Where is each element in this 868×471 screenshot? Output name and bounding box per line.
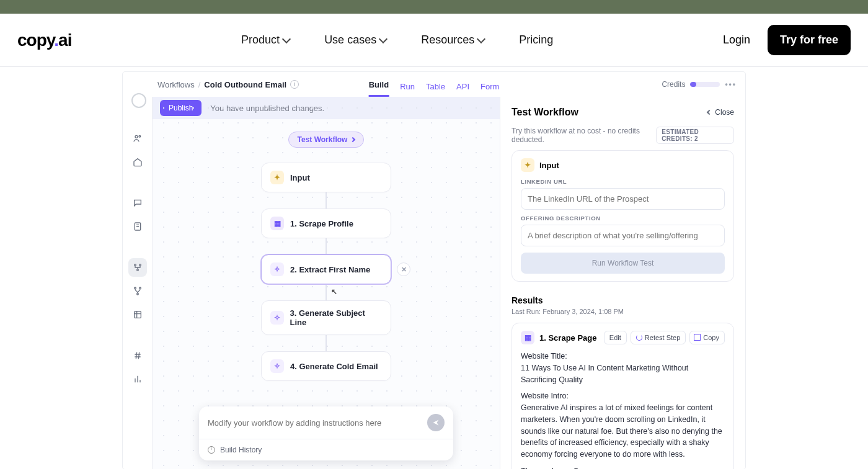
input-card: ✦ Input LINKEDIN URL OFFERING DESCRIPTIO…	[512, 150, 734, 282]
chevron-down-icon	[282, 34, 291, 43]
test-panel: Test Workflow Close Try this workflow at…	[500, 97, 745, 469]
breadcrumb-root[interactable]: Workflows	[157, 80, 195, 89]
main-nav: Product Use cases Resources Pricing	[241, 34, 553, 47]
sparkle-icon: ✧	[270, 311, 284, 325]
breadcrumb: Workflows / Cold Outbound Email i	[157, 80, 299, 89]
estimated-credits-badge: ESTIMATED CREDITS: 2	[656, 127, 734, 144]
copy-icon	[695, 335, 701, 341]
svg-point-5	[136, 269, 138, 271]
svg-point-7	[139, 287, 141, 289]
node-extract-first-name[interactable]: ✧ 2. Extract First Name ✕ ↖	[261, 254, 391, 284]
result-title: 1. Scrape Page	[539, 333, 597, 343]
chevron-down-icon	[477, 34, 485, 43]
test-workflow-pill[interactable]: Test Workflow	[288, 132, 365, 148]
prompt-input[interactable]	[208, 418, 421, 428]
sidebar-hash-icon[interactable]	[128, 346, 147, 365]
delete-node-icon[interactable]: ✕	[397, 262, 410, 276]
tab-table[interactable]: Table	[426, 82, 445, 97]
copy-step-button[interactable]: Copy	[689, 331, 725, 344]
node-label: 2. Extract First Name	[290, 265, 370, 274]
sidebar-branch-icon[interactable]	[128, 282, 147, 300]
sidebar-chat-icon[interactable]	[128, 194, 147, 212]
node-label: 4. Generate Cold Email	[290, 362, 378, 371]
logo-text: copy	[17, 30, 54, 50]
login-link[interactable]: Login	[723, 34, 750, 47]
site-header: copy.ai Product Use cases Resources Pric…	[0, 14, 868, 67]
sidebar-team-icon[interactable]	[128, 129, 147, 148]
sidebar-doc-icon[interactable]	[128, 217, 147, 236]
sidebar-analytics-icon[interactable]	[128, 370, 147, 388]
send-button[interactable]	[427, 414, 445, 431]
test-panel-subtext: Try this workflow at no cost - no credit…	[512, 127, 656, 144]
edit-step-button[interactable]: Edit	[604, 331, 627, 344]
node-scrape-profile[interactable]: ▦ 1. Scrape Profile	[261, 209, 391, 238]
logo-text-suffix: ai	[58, 30, 71, 50]
results-heading: Results	[512, 295, 734, 305]
sidebar	[123, 97, 153, 469]
last-run-text: Last Run: February 3, 2024, 1:08 PM	[512, 308, 734, 315]
connector	[326, 192, 327, 209]
credits-label: Credits	[662, 80, 685, 89]
connector	[326, 335, 327, 351]
flow-column: Test Workflow ✦ Input ▦ 1. Scrape Profil…	[261, 132, 391, 381]
tab-build[interactable]: Build	[369, 80, 389, 97]
cursor-icon: ↖	[331, 287, 337, 296]
svg-point-6	[134, 287, 136, 289]
node-generate-subject[interactable]: ✧ 3. Generate Subject Line	[261, 300, 391, 335]
page-icon: ▦	[521, 331, 534, 344]
test-panel-title: Test Workflow	[512, 107, 578, 118]
svg-point-4	[139, 264, 141, 266]
workflow-tabs: Build Run Table API Form	[369, 72, 500, 97]
refresh-icon	[636, 334, 642, 341]
build-history-button[interactable]: Build History	[199, 439, 453, 460]
tab-form[interactable]: Form	[480, 82, 499, 97]
breadcrumb-current: Cold Outbound Email	[204, 80, 286, 89]
node-label: 1. Scrape Profile	[290, 219, 353, 228]
sparkle-icon: ✧	[270, 359, 284, 373]
sidebar-workflow-icon[interactable]	[128, 258, 147, 277]
svg-point-0	[135, 135, 138, 138]
svg-point-3	[134, 264, 136, 266]
app-frame: Workflows / Cold Outbound Email i Build …	[123, 72, 745, 469]
avatar[interactable]	[131, 93, 146, 108]
field-label-linkedin: LINKEDIN URL	[521, 178, 725, 185]
close-panel-button[interactable]: Close	[707, 108, 734, 117]
nav-resources[interactable]: Resources	[421, 34, 484, 47]
info-icon[interactable]: i	[290, 80, 299, 89]
arrow-icon	[707, 110, 712, 115]
nav-pricing[interactable]: Pricing	[519, 34, 553, 47]
field-label-offering: OFFERING DESCRIPTION	[521, 215, 725, 222]
node-generate-email[interactable]: ✧ 4. Generate Cold Email	[261, 351, 391, 381]
tab-api[interactable]: API	[456, 82, 469, 97]
history-label: Build History	[220, 446, 262, 454]
credits-widget: Credits •••	[662, 80, 737, 89]
offering-description-input[interactable]	[521, 225, 725, 246]
sidebar-grid-icon[interactable]	[128, 305, 147, 324]
try-free-button[interactable]: Try for free	[768, 25, 851, 55]
page-icon: ▦	[270, 217, 284, 230]
node-input[interactable]: ✦ Input	[261, 163, 391, 192]
linkedin-url-input[interactable]	[521, 188, 725, 210]
result-card: ▦ 1. Scrape Page Edit Retest Step Copy W…	[512, 323, 734, 469]
run-workflow-test-button[interactable]: Run Workflow Test	[521, 253, 725, 274]
svg-point-1	[139, 135, 141, 137]
credits-meter	[690, 82, 720, 87]
result-body: Website Title:11 Ways To Use AI In Conte…	[521, 351, 725, 469]
more-icon[interactable]: •••	[725, 80, 737, 89]
retest-step-button[interactable]: Retest Step	[631, 331, 686, 344]
sidebar-home-icon[interactable]	[128, 153, 147, 171]
connector	[326, 284, 327, 300]
input-card-title: Input	[539, 161, 559, 170]
nav-usecases[interactable]: Use cases	[324, 34, 386, 47]
sparkle-icon: ✧	[270, 262, 284, 276]
logo[interactable]: copy.ai	[17, 30, 71, 50]
nav-product[interactable]: Product	[241, 34, 290, 47]
connector	[326, 238, 327, 254]
sparkle-icon: ✦	[521, 158, 534, 172]
arrow-right-icon	[350, 137, 355, 142]
app-topbar: Workflows / Cold Outbound Email i Build …	[123, 72, 745, 97]
tab-run[interactable]: Run	[400, 82, 415, 97]
chevron-down-icon	[379, 34, 388, 43]
canvas[interactable]: Publish You have unpublished changes. Te…	[153, 97, 500, 469]
header-right: Login Try for free	[723, 25, 851, 55]
